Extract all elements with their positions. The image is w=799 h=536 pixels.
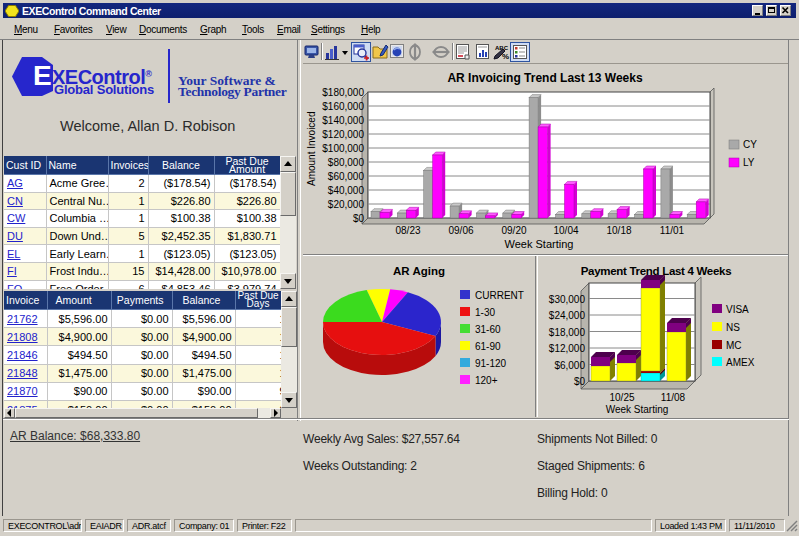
svg-text:$20,000: $20,000 (328, 199, 365, 210)
svg-text:$140,000: $140,000 (322, 115, 364, 126)
svg-text:$18,000: $18,000 (549, 327, 586, 338)
svg-text:$24,000: $24,000 (549, 310, 586, 321)
svg-text:CURRENT: CURRENT (475, 290, 524, 301)
svg-text:61-90: 61-90 (475, 341, 501, 352)
svg-text:%: % (502, 52, 509, 61)
svg-text:Amount Invoiced: Amount Invoiced (306, 112, 317, 187)
svg-text:$0: $0 (574, 376, 586, 387)
svg-text:$6,000: $6,000 (554, 360, 585, 371)
svg-text:MC: MC (726, 340, 742, 351)
svg-text:$40,000: $40,000 (328, 185, 365, 196)
svg-text:09/20: 09/20 (501, 225, 526, 236)
svg-text:11/08: 11/08 (661, 392, 686, 403)
svg-text:11/01: 11/01 (660, 225, 685, 236)
svg-text:LY: LY (743, 157, 755, 168)
svg-text:$60,000: $60,000 (328, 171, 365, 182)
svg-text:$120,000: $120,000 (322, 129, 364, 140)
svg-text:91-120: 91-120 (475, 358, 507, 369)
svg-text:NS: NS (726, 322, 740, 333)
svg-text:08/23: 08/23 (395, 225, 420, 236)
svg-text:10/18: 10/18 (606, 225, 631, 236)
svg-text:Week Starting: Week Starting (505, 238, 574, 250)
svg-text:$100,000: $100,000 (322, 143, 364, 154)
svg-text:31-60: 31-60 (475, 324, 501, 335)
svg-text:AR Aging: AR Aging (393, 265, 445, 277)
svg-text:$12,000: $12,000 (549, 343, 586, 354)
svg-text:120+: 120+ (475, 375, 498, 386)
svg-text:$80,000: $80,000 (328, 157, 365, 168)
svg-text:10/04: 10/04 (553, 225, 578, 236)
svg-text:AR Invoicing Trend Last 13 Wee: AR Invoicing Trend Last 13 Weeks (447, 71, 642, 85)
svg-text:1-30: 1-30 (475, 307, 495, 318)
svg-text:09/06: 09/06 (448, 225, 473, 236)
svg-text:AMEX: AMEX (726, 357, 755, 368)
svg-text:$160,000: $160,000 (322, 101, 364, 112)
svg-text:$0: $0 (353, 213, 365, 224)
svg-text:$30,000: $30,000 (549, 294, 586, 305)
svg-text:VISA: VISA (726, 304, 749, 315)
svg-text:$180,000: $180,000 (322, 87, 364, 98)
svg-text:10/25: 10/25 (609, 392, 634, 403)
svg-text:CY: CY (743, 139, 757, 150)
svg-text:Week Starting: Week Starting (606, 404, 669, 415)
